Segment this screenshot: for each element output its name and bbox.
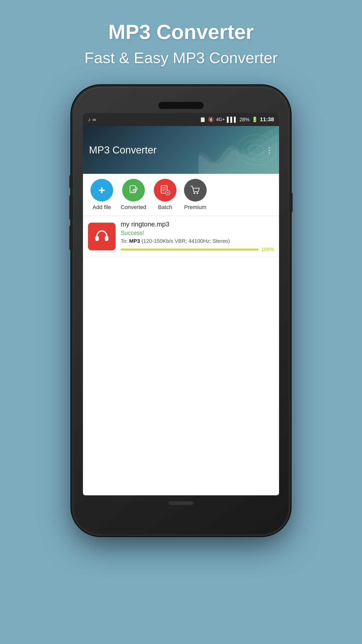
notification-icon: 📋: [200, 116, 206, 123]
file-thumbnail: [88, 223, 116, 250]
status-left-icons: ♪ ∞: [88, 117, 96, 123]
home-button[interactable]: [168, 501, 194, 505]
signal-icon: ▌▌▌: [227, 117, 238, 123]
progress-bar-fill: [121, 249, 259, 251]
progress-bar-bg: [121, 249, 259, 251]
svg-point-15: [197, 192, 198, 194]
batch-button[interactable]: + Batch: [154, 179, 176, 211]
batch-circle: +: [154, 179, 176, 202]
svg-point-14: [194, 192, 195, 194]
status-time: 11:38: [260, 116, 274, 123]
add-icon: +: [99, 184, 105, 196]
phone-screen: ♪ ∞ 📋 🔇 4G+ ▌▌▌ 28% 🔋 11:38: [83, 113, 279, 495]
volume-mute-button: [69, 175, 73, 189]
phone-mockup: ♪ ∞ 📋 🔇 4G+ ▌▌▌ 28% 🔋 11:38: [73, 87, 289, 535]
page-subtitle: Fast & Easy MP3 Converter: [84, 49, 278, 67]
file-format: MP3: [129, 238, 140, 244]
power-button: [289, 192, 293, 213]
premium-button[interactable]: Premium: [184, 179, 207, 211]
volume-down-button: [69, 225, 73, 250]
phone-body: ♪ ∞ 📋 🔇 4G+ ▌▌▌ 28% 🔋 11:38: [73, 87, 289, 535]
add-file-button[interactable]: + Add file: [90, 179, 113, 211]
converted-button[interactable]: Converted: [121, 179, 146, 211]
action-buttons-row: + Add file C: [83, 174, 279, 216]
headphones-icon: [94, 228, 110, 245]
file-info: my ringtone.mp3 Success! To: MP3 (120-15…: [121, 220, 274, 252]
app-header-title: MP3 Converter: [89, 144, 265, 156]
converted-icon: [128, 185, 139, 196]
svg-point-7: [133, 189, 134, 190]
status-right-icons: 📋 🔇 4G+ ▌▌▌ 28% 🔋 11:38: [200, 116, 274, 123]
converted-circle: [122, 179, 145, 202]
file-name: my ringtone.mp3: [121, 220, 274, 228]
batch-label: Batch: [158, 204, 172, 211]
premium-circle: [184, 179, 207, 202]
loop-status-icon: ∞: [93, 117, 96, 123]
batch-icon: +: [160, 185, 171, 196]
volume-up-button: [69, 195, 73, 220]
battery-icon: 🔋: [252, 116, 258, 123]
app-header: MP3 Converter ⋮: [83, 126, 279, 174]
status-bar: ♪ ∞ 📋 🔇 4G+ ▌▌▌ 28% 🔋 11:38: [83, 113, 279, 126]
add-file-circle: +: [90, 179, 113, 202]
file-specs: (120-150Kb/s VBR; 44100Hz; Stereo): [140, 238, 230, 244]
menu-icon[interactable]: ⋮: [265, 146, 273, 154]
converted-label: Converted: [121, 204, 146, 211]
add-file-label: Add file: [93, 204, 111, 211]
file-list: my ringtone.mp3 Success! To: MP3 (120-15…: [83, 216, 279, 495]
cart-icon: [190, 185, 201, 196]
premium-label: Premium: [184, 204, 206, 211]
music-status-icon: ♪: [88, 117, 90, 123]
progress-row: 100%: [121, 247, 274, 252]
battery-pct: 28%: [240, 117, 250, 123]
phone-bottom-bar: [168, 501, 194, 505]
svg-rect-17: [105, 236, 108, 241]
page-title: MP3 Converter: [108, 20, 254, 44]
svg-rect-16: [95, 236, 99, 241]
svg-text:+: +: [166, 191, 168, 195]
file-details: To: MP3 (120-150Kb/s VBR; 44100Hz; Stere…: [121, 238, 274, 244]
mute-icon: 🔇: [208, 116, 214, 123]
table-row[interactable]: my ringtone.mp3 Success! To: MP3 (120-15…: [83, 216, 279, 257]
network-icon: 4G+: [216, 117, 225, 122]
file-status: Success!: [121, 230, 274, 236]
progress-percent: 100%: [261, 247, 274, 252]
phone-speaker: [158, 102, 204, 109]
